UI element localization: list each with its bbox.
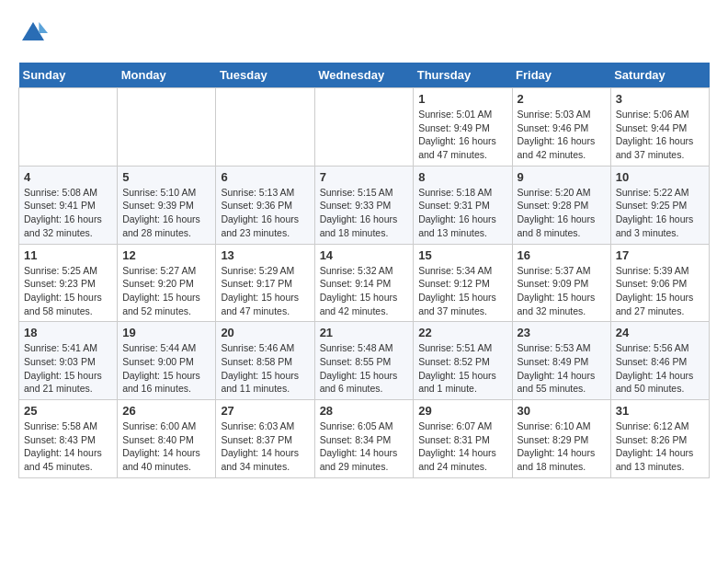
day-number: 13 [221, 248, 309, 262]
day-info: Sunrise: 5:27 AM Sunset: 9:20 PM Dayligh… [122, 264, 210, 318]
calendar-cell [118, 88, 216, 167]
day-number: 25 [24, 404, 112, 418]
day-number: 8 [418, 170, 506, 184]
calendar-cell: 6Sunrise: 5:13 AM Sunset: 9:36 PM Daylig… [216, 166, 314, 244]
day-number: 1 [418, 92, 506, 106]
day-number: 5 [122, 170, 210, 184]
header-day-monday: Monday [118, 63, 216, 88]
day-info: Sunrise: 5:15 AM Sunset: 9:33 PM Dayligh… [320, 186, 409, 240]
day-number: 17 [616, 248, 704, 262]
day-number: 4 [24, 170, 112, 184]
day-info: Sunrise: 5:25 AM Sunset: 9:23 PM Dayligh… [24, 264, 112, 318]
day-number: 3 [616, 92, 704, 106]
calendar-cell: 9Sunrise: 5:20 AM Sunset: 9:28 PM Daylig… [512, 166, 610, 244]
day-info: Sunrise: 5:48 AM Sunset: 8:55 PM Dayligh… [320, 341, 409, 396]
calendar-cell: 1Sunrise: 5:01 AM Sunset: 9:49 PM Daylig… [414, 88, 512, 167]
calendar-cell: 10Sunrise: 5:22 AM Sunset: 9:25 PM Dayli… [610, 166, 709, 244]
day-number: 26 [122, 404, 210, 418]
calendar-cell: 3Sunrise: 5:06 AM Sunset: 9:44 PM Daylig… [610, 88, 709, 167]
calendar-cell: 13Sunrise: 5:29 AM Sunset: 9:17 PM Dayli… [216, 244, 314, 322]
header-day-thursday: Thursday [414, 63, 512, 88]
calendar-cell: 11Sunrise: 5:25 AM Sunset: 9:23 PM Dayli… [19, 244, 118, 322]
calendar-cell: 28Sunrise: 6:05 AM Sunset: 8:34 PM Dayli… [314, 400, 414, 478]
header-day-sunday: Sunday [19, 63, 118, 88]
calendar-table: SundayMondayTuesdayWednesdayThursdayFrid… [18, 63, 710, 478]
day-number: 6 [221, 170, 309, 184]
day-info: Sunrise: 6:00 AM Sunset: 8:40 PM Dayligh… [122, 419, 210, 474]
week-row-5: 25Sunrise: 5:58 AM Sunset: 8:43 PM Dayli… [19, 400, 710, 478]
calendar-cell: 21Sunrise: 5:48 AM Sunset: 8:55 PM Dayli… [314, 322, 414, 400]
day-number: 10 [616, 170, 704, 184]
day-info: Sunrise: 6:07 AM Sunset: 8:31 PM Dayligh… [418, 419, 506, 474]
day-number: 23 [518, 326, 606, 339]
day-number: 9 [518, 170, 606, 184]
day-info: Sunrise: 5:56 AM Sunset: 8:46 PM Dayligh… [616, 341, 704, 396]
calendar-cell [314, 88, 414, 167]
day-info: Sunrise: 5:20 AM Sunset: 9:28 PM Dayligh… [518, 186, 606, 240]
header-row: SundayMondayTuesdayWednesdayThursdayFrid… [19, 63, 710, 88]
day-info: Sunrise: 5:08 AM Sunset: 9:41 PM Dayligh… [24, 186, 112, 240]
calendar-cell [19, 88, 118, 167]
day-info: Sunrise: 5:51 AM Sunset: 8:52 PM Dayligh… [418, 341, 506, 396]
calendar-cell: 19Sunrise: 5:44 AM Sunset: 9:00 PM Dayli… [118, 322, 216, 400]
day-info: Sunrise: 6:05 AM Sunset: 8:34 PM Dayligh… [320, 419, 409, 474]
day-number: 16 [518, 248, 606, 262]
calendar-cell: 8Sunrise: 5:18 AM Sunset: 9:31 PM Daylig… [414, 166, 512, 244]
calendar-cell: 15Sunrise: 5:34 AM Sunset: 9:12 PM Dayli… [414, 244, 512, 322]
day-number: 20 [221, 326, 309, 339]
day-info: Sunrise: 6:10 AM Sunset: 8:29 PM Dayligh… [518, 419, 606, 474]
calendar-cell: 17Sunrise: 5:39 AM Sunset: 9:06 PM Dayli… [610, 244, 709, 322]
day-info: Sunrise: 5:32 AM Sunset: 9:14 PM Dayligh… [320, 264, 409, 318]
week-row-3: 11Sunrise: 5:25 AM Sunset: 9:23 PM Dayli… [19, 244, 710, 322]
calendar-cell: 25Sunrise: 5:58 AM Sunset: 8:43 PM Dayli… [19, 400, 118, 478]
calendar-cell: 27Sunrise: 6:03 AM Sunset: 8:37 PM Dayli… [216, 400, 314, 478]
calendar-cell [216, 88, 314, 167]
day-info: Sunrise: 5:44 AM Sunset: 9:00 PM Dayligh… [122, 341, 210, 396]
day-number: 18 [24, 326, 112, 339]
day-info: Sunrise: 5:13 AM Sunset: 9:36 PM Dayligh… [221, 186, 309, 240]
calendar-cell: 16Sunrise: 5:37 AM Sunset: 9:09 PM Dayli… [512, 244, 610, 322]
calendar-cell: 22Sunrise: 5:51 AM Sunset: 8:52 PM Dayli… [414, 322, 512, 400]
header-day-saturday: Saturday [610, 63, 709, 88]
calendar-cell: 23Sunrise: 5:53 AM Sunset: 8:49 PM Dayli… [512, 322, 610, 400]
day-info: Sunrise: 5:34 AM Sunset: 9:12 PM Dayligh… [418, 264, 506, 318]
calendar-cell: 2Sunrise: 5:03 AM Sunset: 9:46 PM Daylig… [512, 88, 610, 167]
calendar-cell: 30Sunrise: 6:10 AM Sunset: 8:29 PM Dayli… [512, 400, 610, 478]
day-info: Sunrise: 5:01 AM Sunset: 9:49 PM Dayligh… [418, 108, 506, 162]
week-row-4: 18Sunrise: 5:41 AM Sunset: 9:03 PM Dayli… [19, 322, 710, 400]
day-info: Sunrise: 6:03 AM Sunset: 8:37 PM Dayligh… [221, 419, 309, 474]
calendar-cell: 20Sunrise: 5:46 AM Sunset: 8:58 PM Dayli… [216, 322, 314, 400]
logo-icon [18, 18, 48, 48]
day-number: 31 [616, 404, 704, 418]
calendar-cell: 5Sunrise: 5:10 AM Sunset: 9:39 PM Daylig… [118, 166, 216, 244]
header-day-wednesday: Wednesday [314, 63, 414, 88]
header-day-tuesday: Tuesday [216, 63, 314, 88]
calendar-cell: 4Sunrise: 5:08 AM Sunset: 9:41 PM Daylig… [19, 166, 118, 244]
day-info: Sunrise: 5:03 AM Sunset: 9:46 PM Dayligh… [518, 108, 606, 162]
day-info: Sunrise: 5:58 AM Sunset: 8:43 PM Dayligh… [24, 419, 112, 474]
day-info: Sunrise: 5:53 AM Sunset: 8:49 PM Dayligh… [518, 341, 606, 396]
day-info: Sunrise: 5:41 AM Sunset: 9:03 PM Dayligh… [24, 341, 112, 396]
day-info: Sunrise: 5:18 AM Sunset: 9:31 PM Dayligh… [418, 186, 506, 240]
calendar-cell: 31Sunrise: 6:12 AM Sunset: 8:26 PM Dayli… [610, 400, 709, 478]
day-number: 27 [221, 404, 309, 418]
day-number: 19 [122, 326, 210, 339]
day-info: Sunrise: 5:46 AM Sunset: 8:58 PM Dayligh… [221, 341, 309, 396]
day-number: 22 [418, 326, 506, 339]
day-number: 7 [320, 170, 409, 184]
day-info: Sunrise: 5:22 AM Sunset: 9:25 PM Dayligh… [616, 186, 704, 240]
logo [18, 18, 51, 48]
calendar-cell: 12Sunrise: 5:27 AM Sunset: 9:20 PM Dayli… [118, 244, 216, 322]
calendar-cell: 26Sunrise: 6:00 AM Sunset: 8:40 PM Dayli… [118, 400, 216, 478]
week-row-2: 4Sunrise: 5:08 AM Sunset: 9:41 PM Daylig… [19, 166, 710, 244]
day-number: 24 [616, 326, 704, 339]
day-number: 29 [418, 404, 506, 418]
day-info: Sunrise: 5:39 AM Sunset: 9:06 PM Dayligh… [616, 264, 704, 318]
calendar-cell: 14Sunrise: 5:32 AM Sunset: 9:14 PM Dayli… [314, 244, 414, 322]
day-info: Sunrise: 5:06 AM Sunset: 9:44 PM Dayligh… [616, 108, 704, 162]
page-header [18, 18, 710, 48]
day-info: Sunrise: 5:29 AM Sunset: 9:17 PM Dayligh… [221, 264, 309, 318]
header-day-friday: Friday [512, 63, 610, 88]
day-number: 11 [24, 248, 112, 262]
day-info: Sunrise: 6:12 AM Sunset: 8:26 PM Dayligh… [616, 419, 704, 474]
